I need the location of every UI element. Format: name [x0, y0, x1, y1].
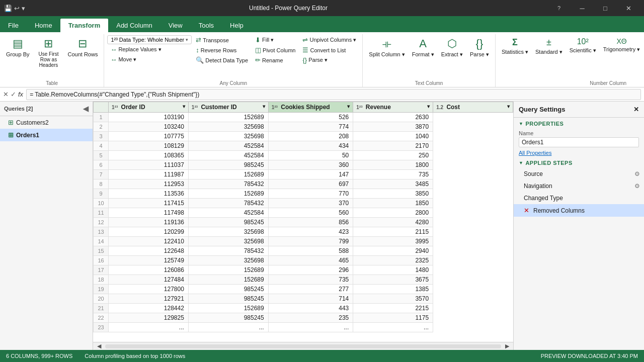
table-cell[interactable]: 1850: [353, 199, 433, 208]
scroll-left-arrow[interactable]: ◀: [95, 343, 103, 349]
fill-button[interactable]: ⬇ Fill ▾: [252, 35, 298, 45]
col-header-customer-id[interactable]: 1²³ Customer ID ▾: [188, 102, 268, 113]
move-button[interactable]: ↔ Move ▾: [107, 55, 192, 64]
table-cell[interactable]: 3675: [353, 275, 433, 285]
table-cell[interactable]: 434: [268, 141, 353, 151]
table-cell[interactable]: 423: [268, 227, 353, 237]
table-cell[interactable]: ...: [353, 323, 433, 332]
table-cell[interactable]: 108129: [109, 141, 189, 151]
table-cell[interactable]: 108365: [109, 151, 189, 160]
table-cell[interactable]: 770: [268, 189, 353, 199]
hscroll-track[interactable]: [105, 344, 501, 348]
close-settings-icon[interactable]: ✕: [633, 106, 639, 113]
table-cell[interactable]: 127484: [109, 275, 189, 285]
table-cell[interactable]: 152689: [188, 189, 268, 199]
table-cell[interactable]: 152689: [188, 113, 268, 122]
collapse-queries-icon[interactable]: ◀: [83, 105, 89, 113]
hscroll-bar[interactable]: ◀ ▶: [93, 342, 513, 350]
table-cell[interactable]: 370: [268, 199, 353, 208]
table-cell[interactable]: 2940: [353, 246, 433, 256]
table-cell[interactable]: 443: [268, 304, 353, 313]
table-cell[interactable]: 714: [268, 294, 353, 304]
table-cell[interactable]: 799: [268, 237, 353, 246]
table-cell[interactable]: 250: [353, 151, 433, 160]
data-table-wrapper[interactable]: 1²³ Order ID ▾ 1²³ Customer ID ▾ 1²³ Coo…: [93, 102, 513, 342]
table-cell[interactable]: 588: [268, 246, 353, 256]
table-cell[interactable]: 235: [268, 313, 353, 323]
col-header-revenue[interactable]: 1²³ Revenue ▾: [353, 102, 433, 113]
table-cell[interactable]: ...: [268, 323, 353, 332]
table-cell[interactable]: 697: [268, 179, 353, 189]
split-column-button[interactable]: ⟛ Split Column ▾: [366, 35, 408, 60]
table-cell[interactable]: 112953: [109, 179, 189, 189]
cancel-formula-icon[interactable]: ✕: [3, 90, 9, 98]
format-button[interactable]: A Format ▾: [409, 35, 437, 60]
col-header-cost[interactable]: 1.2 Cost ▾: [433, 102, 513, 113]
pivot-column-button[interactable]: ◫ Pivot Column: [252, 45, 298, 55]
table-cell[interactable]: 120299: [109, 227, 189, 237]
customer-id-filter[interactable]: ▾: [263, 104, 265, 109]
transpose-button[interactable]: ⇄ Transpose: [193, 35, 251, 45]
table-cell[interactable]: 1480: [353, 265, 433, 275]
save-icon[interactable]: 💾: [4, 5, 12, 12]
table-cell[interactable]: 208: [268, 132, 353, 141]
table-cell[interactable]: 50: [268, 151, 353, 160]
table-cell[interactable]: 735: [353, 170, 433, 179]
standard-button[interactable]: ± Standard ▾: [532, 35, 566, 57]
table-cell[interactable]: 152689: [188, 275, 268, 285]
table-cell[interactable]: 785432: [188, 199, 268, 208]
table-cell[interactable]: 1040: [353, 132, 433, 141]
table-cell[interactable]: 465: [268, 256, 353, 265]
table-cell[interactable]: 985245: [188, 160, 268, 170]
trigonometry-button[interactable]: XΘ Trigonometry ▾: [600, 35, 643, 55]
convert-to-list-button[interactable]: ☰ Convert to List: [299, 45, 359, 55]
step-source[interactable]: Source ⚙: [514, 168, 644, 180]
all-properties-link[interactable]: All Properties: [514, 149, 644, 157]
table-cell[interactable]: 126086: [109, 265, 189, 275]
table-cell[interactable]: 325698: [188, 227, 268, 237]
table-cell[interactable]: 3870: [353, 122, 433, 132]
col-header-cookies-shipped[interactable]: 1²³ Cookies Shipped ▾: [268, 102, 353, 113]
statistics-button[interactable]: Σ Statistics ▾: [499, 35, 531, 57]
tab-home[interactable]: Home: [27, 19, 60, 32]
replace-values-button[interactable]: ↔ Replace Values ▾: [107, 45, 192, 54]
table-cell[interactable]: 296: [268, 265, 353, 275]
table-cell[interactable]: 117498: [109, 208, 189, 218]
scientific-button[interactable]: 10² Scientific ▾: [567, 35, 599, 56]
table-cell[interactable]: 3995: [353, 237, 433, 246]
table-cell[interactable]: 2170: [353, 141, 433, 151]
table-cell[interactable]: 152689: [188, 265, 268, 275]
query-item-customers2[interactable]: ⊞ Customers2: [0, 116, 93, 129]
tab-add-column[interactable]: Add Column: [108, 19, 160, 32]
count-rows-button[interactable]: ⊟ Count Rows: [64, 35, 101, 59]
table-cell[interactable]: 785432: [188, 179, 268, 189]
table-cell[interactable]: 325698: [188, 237, 268, 246]
maximize-btn[interactable]: □: [594, 0, 617, 16]
table-cell[interactable]: 785432: [188, 246, 268, 256]
table-cell[interactable]: 119136: [109, 218, 189, 227]
table-cell[interactable]: 325698: [188, 132, 268, 141]
order-id-filter[interactable]: ▾: [183, 104, 185, 109]
query-item-orders1[interactable]: ⊞ Orders1: [0, 129, 93, 141]
table-cell[interactable]: 1800: [353, 160, 433, 170]
reverse-rows-button[interactable]: ↕ Reverse Rows: [193, 45, 251, 55]
table-cell[interactable]: 985245: [188, 294, 268, 304]
col-header-order-id[interactable]: 1²³ Order ID ▾: [109, 102, 189, 113]
close-btn[interactable]: ✕: [617, 0, 640, 16]
confirm-formula-icon[interactable]: ✓: [11, 90, 16, 98]
table-cell[interactable]: 107775: [109, 132, 189, 141]
tab-tools[interactable]: Tools: [191, 19, 222, 32]
table-cell[interactable]: 117415: [109, 199, 189, 208]
step-source-gear[interactable]: ⚙: [634, 170, 640, 177]
help-btn[interactable]: ?: [547, 0, 571, 16]
table-cell[interactable]: 2215: [353, 304, 433, 313]
table-cell[interactable]: 735: [268, 275, 353, 285]
table-cell[interactable]: 277: [268, 285, 353, 294]
step-removed-columns[interactable]: ✕ Removed Columns: [514, 204, 644, 217]
revenue-filter[interactable]: ▾: [427, 104, 430, 109]
dropdown-icon[interactable]: ▾: [22, 5, 25, 12]
table-cell[interactable]: 3850: [353, 189, 433, 199]
table-cell[interactable]: 152689: [188, 170, 268, 179]
cookies-shipped-filter[interactable]: ▾: [347, 104, 350, 109]
data-type-dropdown[interactable]: 1²³ Data Type: Whole Number ▾: [107, 35, 192, 44]
